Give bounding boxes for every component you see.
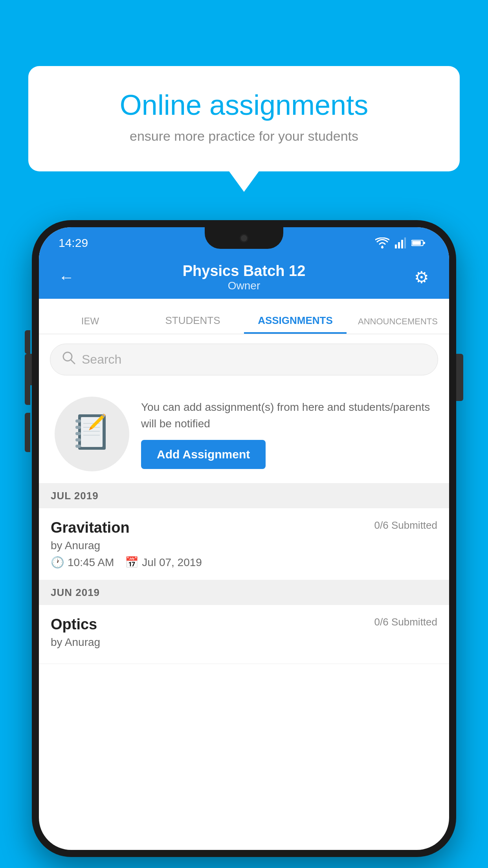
svg-rect-13 — [75, 432, 81, 435]
signal-icon — [395, 237, 406, 248]
notebook-icon — [72, 412, 112, 456]
assignment-title-optics: Optics — [51, 616, 97, 633]
notebook-icon-wrap — [55, 397, 129, 471]
meta-date: 📅 Jul 07, 2019 — [125, 556, 202, 569]
search-placeholder: Search — [82, 352, 121, 367]
front-camera — [240, 234, 248, 243]
tab-students[interactable]: STUDENTS — [141, 314, 244, 334]
tabs-bar: IEW STUDENTS ASSIGNMENTS ANNOUNCEMENTS — [39, 299, 449, 334]
add-assignment-card: You can add assignment(s) from here and … — [39, 385, 449, 484]
svg-rect-1 — [395, 245, 397, 248]
batch-role: Owner — [78, 280, 410, 292]
meta-time: 🕐 10:45 AM — [51, 556, 114, 569]
svg-rect-6 — [412, 241, 421, 245]
assignment-time: 10:45 AM — [68, 556, 114, 569]
svg-point-0 — [381, 246, 383, 248]
assignment-author-optics: by Anurag — [51, 636, 437, 649]
svg-rect-15 — [75, 445, 81, 448]
svg-rect-12 — [75, 426, 81, 429]
app-header: ← Physics Batch 12 Owner ⚙ — [39, 256, 449, 299]
svg-rect-14 — [75, 438, 81, 441]
search-bar[interactable]: Search — [50, 344, 438, 375]
svg-rect-3 — [401, 240, 403, 248]
wifi-icon — [375, 237, 389, 248]
add-assignment-right: You can add assignment(s) from here and … — [141, 399, 437, 469]
header-center: Physics Batch 12 Owner — [78, 263, 410, 292]
battery-icon — [411, 239, 426, 247]
assignment-submitted-gravitation: 0/6 Submitted — [374, 519, 437, 531]
phone-notch — [205, 227, 283, 249]
content-area: Search — [39, 334, 449, 664]
assignment-optics[interactable]: Optics 0/6 Submitted by Anurag — [39, 605, 449, 664]
back-button[interactable]: ← — [55, 268, 78, 286]
settings-button[interactable]: ⚙ — [410, 268, 433, 287]
batch-title: Physics Batch 12 — [78, 263, 410, 280]
svg-rect-7 — [424, 242, 425, 244]
assignment-title-gravitation: Gravitation — [51, 519, 130, 536]
tab-announcements[interactable]: ANNOUNCEMENTS — [347, 316, 449, 334]
assignment-top-optics: Optics 0/6 Submitted — [51, 616, 437, 633]
assignment-gravitation[interactable]: Gravitation 0/6 Submitted by Anurag 🕐 10… — [39, 508, 449, 580]
bubble-title: Online assignments — [56, 90, 432, 121]
search-icon — [62, 351, 75, 368]
add-assignment-description: You can add assignment(s) from here and … — [141, 399, 437, 432]
svg-rect-2 — [398, 242, 400, 248]
calendar-icon: 📅 — [125, 556, 139, 569]
svg-rect-4 — [404, 237, 406, 248]
assignment-meta-gravitation: 🕐 10:45 AM 📅 Jul 07, 2019 — [51, 556, 437, 569]
section-jul-2019: JUL 2019 — [39, 484, 449, 508]
clock-icon: 🕐 — [51, 556, 64, 569]
assignment-author-gravitation: by Anurag — [51, 539, 437, 552]
tab-assignments[interactable]: ASSIGNMENTS — [244, 314, 347, 334]
status-icons — [375, 237, 426, 248]
bubble-subtitle: ensure more practice for your students — [56, 129, 432, 144]
assignment-date: Jul 07, 2019 — [142, 556, 202, 569]
phone-mockup: 14:29 — [32, 220, 456, 857]
section-jun-2019: JUN 2019 — [39, 580, 449, 605]
add-assignment-button[interactable]: Add Assignment — [141, 440, 266, 469]
svg-line-9 — [71, 360, 75, 364]
svg-rect-11 — [75, 419, 81, 423]
assignment-submitted-optics: 0/6 Submitted — [374, 616, 437, 628]
tab-iew[interactable]: IEW — [39, 316, 141, 334]
speech-bubble: Online assignments ensure more practice … — [28, 66, 460, 171]
assignment-top: Gravitation 0/6 Submitted — [51, 519, 437, 536]
phone-screen: 14:29 — [39, 227, 449, 850]
status-time: 14:29 — [59, 236, 88, 250]
